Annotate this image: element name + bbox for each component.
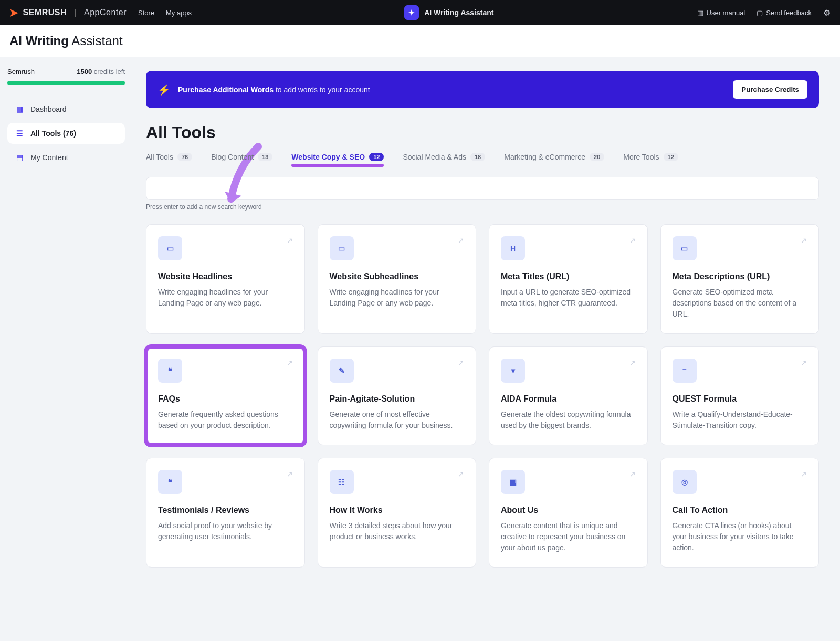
top-nav: Store My apps	[138, 8, 201, 17]
tool-card-icon: ◎	[673, 470, 697, 494]
nav-store[interactable]: Store	[138, 9, 154, 17]
sidebar-item-label: All Tools (76)	[30, 129, 76, 138]
tab-blog-content[interactable]: Blog Content13	[211, 153, 272, 166]
tool-card-icon: ▾	[501, 359, 525, 383]
bolt-icon: ⚡	[158, 83, 171, 96]
tool-card-desc: Generate CTA lines (or hooks) about your…	[673, 520, 807, 553]
sidebar: Semrush 1500 credits left ▦ Dashboard ☰ …	[0, 57, 132, 610]
tab-count: 18	[470, 153, 485, 161]
tool-card-meta-titles-url-[interactable]: H↗Meta Titles (URL)Input a URL to genera…	[489, 224, 648, 334]
search-input[interactable]	[146, 177, 819, 200]
brand-text: SEMRUSH	[23, 8, 67, 17]
tool-card-icon: ▭	[158, 236, 182, 260]
tool-card-website-subheadlines[interactable]: ▭↗Website SubheadlinesWrite engaging hea…	[318, 224, 477, 334]
tab-more-tools[interactable]: More Tools12	[623, 153, 678, 166]
tool-card-icon: ▭	[673, 236, 697, 260]
tool-card-icon: ❝	[158, 470, 182, 494]
tool-card-desc: Generate frequently asked questions base…	[158, 409, 293, 431]
tool-card-testimonials-reviews[interactable]: ❝↗Testimonials / ReviewsAdd social proof…	[146, 458, 305, 568]
tab-label: Marketing & eCommerce	[504, 153, 585, 161]
tool-card-desc: Write 3 detailed steps about how your pr…	[330, 520, 465, 542]
tab-website-copy-seo[interactable]: Website Copy & SEO12	[291, 153, 384, 166]
tool-card-pain-agitate-solution[interactable]: ✎↗Pain-Agitate-SolutionGenerate one of m…	[318, 346, 477, 445]
tool-card-about-us[interactable]: ▦↗About UsGenerate content that is uniqu…	[489, 458, 648, 568]
brand-logo[interactable]: ➤ SEMRUSH | AppCenter	[9, 6, 127, 19]
tab-label: Website Copy & SEO	[291, 153, 365, 161]
flame-icon: ➤	[9, 6, 19, 19]
settings-button[interactable]: ⚙	[823, 8, 831, 18]
purchase-banner: ⚡ Purchase Additional Words to add words…	[146, 71, 819, 108]
gear-icon: ⚙	[823, 8, 831, 18]
tab-count: 12	[664, 153, 678, 161]
arrow-up-right-icon: ↗	[629, 359, 636, 367]
tool-card-desc: Generate SEO-optimized meta descriptions…	[673, 287, 807, 320]
sidebar-item-label: My Content	[30, 153, 68, 162]
heading-bold: AI Writing	[9, 34, 69, 48]
tool-card-aida-formula[interactable]: ▾↗AIDA FormulaGenerate the oldest copywr…	[489, 346, 648, 445]
purchase-credits-button[interactable]: Purchase Credits	[733, 80, 807, 99]
arrow-up-right-icon: ↗	[629, 236, 636, 245]
nav-myapps[interactable]: My apps	[166, 9, 192, 17]
tool-card-title: Pain-Agitate-Solution	[330, 394, 465, 404]
app-icon: ✦	[404, 5, 419, 20]
tab-label: Social Media & Ads	[403, 153, 466, 161]
tab-marketing-ecommerce[interactable]: Marketing & eCommerce20	[504, 153, 604, 166]
search-hint: Press enter to add a new search keyword	[146, 203, 819, 211]
sidebar-item-dashboard[interactable]: ▦ Dashboard	[7, 99, 125, 120]
tool-card-desc: Write a Qualify-Understand-Educate-Stimu…	[673, 409, 807, 431]
user-manual-link[interactable]: ▥ User manual	[697, 9, 746, 17]
tool-card-icon: ▦	[501, 470, 525, 494]
banner-rest: to add words to your account	[274, 86, 370, 94]
subheader: AI Writing Assistant	[0, 25, 840, 57]
arrow-up-right-icon: ↗	[629, 470, 636, 478]
tool-card-desc: Generate content that is unique and crea…	[501, 520, 636, 553]
tab-count: 76	[177, 153, 192, 161]
app-chip[interactable]: ✦ AI Writing Assistant	[404, 5, 494, 20]
tool-card-meta-descriptions-url-[interactable]: ▭↗Meta Descriptions (URL)Generate SEO-op…	[660, 224, 820, 334]
tab-social-media-ads[interactable]: Social Media & Ads18	[403, 153, 485, 166]
arrow-up-right-icon: ↗	[458, 236, 464, 245]
credit-value: 1500 credits left	[77, 68, 125, 76]
heading-rest: Assistant	[69, 34, 123, 48]
tool-card-desc: Input a URL to generate SEO-optimized me…	[501, 287, 636, 309]
brand-sep: |	[74, 8, 77, 17]
send-feedback-link[interactable]: ▢ Send feedback	[757, 9, 812, 17]
app-title: AI Writing Assistant	[424, 8, 494, 17]
sidebar-item-my-content[interactable]: ▤ My Content	[7, 147, 125, 168]
page-title: All Tools	[146, 123, 819, 142]
arrow-up-right-icon: ↗	[287, 236, 293, 245]
tool-card-how-it-works[interactable]: ☷↗How It WorksWrite 3 detailed steps abo…	[318, 458, 477, 568]
send-feedback-label: Send feedback	[766, 9, 812, 17]
tool-card-title: FAQs	[158, 394, 293, 404]
tool-card-title: How It Works	[330, 506, 465, 515]
brand-sub: AppCenter	[84, 8, 127, 17]
tool-card-icon: ✎	[330, 359, 354, 383]
tool-card-desc: Write engaging headlines for your Landin…	[330, 287, 465, 309]
tool-card-desc: Generate the oldest copywriting formula …	[501, 409, 636, 431]
chat-icon: ▢	[757, 9, 763, 17]
tool-card-icon: ▭	[330, 236, 354, 260]
tool-card-title: Website Subheadlines	[330, 272, 465, 281]
tool-tabs: All Tools76Blog Content13Website Copy & …	[146, 153, 819, 166]
stack-icon: ☰	[15, 129, 24, 138]
tab-label: All Tools	[146, 153, 173, 161]
tab-count: 20	[590, 153, 604, 161]
tool-card-desc: Generate one of most effective copywriti…	[330, 409, 465, 431]
credit-number: 1500	[77, 68, 92, 76]
tab-count: 12	[369, 153, 384, 161]
arrow-up-right-icon: ↗	[458, 470, 464, 478]
tool-card-faqs[interactable]: ❝↗FAQsGenerate frequently asked question…	[146, 346, 305, 445]
sidebar-item-label: Dashboard	[30, 105, 67, 113]
tool-card-title: Call To Action	[673, 506, 807, 515]
tool-card-quest-formula[interactable]: ≡↗QUEST FormulaWrite a Qualify-Understan…	[660, 346, 820, 445]
topbar: ➤ SEMRUSH | AppCenter Store My apps ✦ AI…	[0, 0, 840, 25]
tool-card-call-to-action[interactable]: ◎↗Call To ActionGenerate CTA lines (or h…	[660, 458, 820, 568]
sidebar-item-all-tools[interactable]: ☰ All Tools (76)	[7, 123, 125, 144]
tool-card-title: Website Headlines	[158, 272, 293, 281]
tab-all-tools[interactable]: All Tools76	[146, 153, 192, 166]
tool-card-icon: ☷	[330, 470, 354, 494]
main: ⚡ Purchase Additional Words to add words…	[132, 57, 840, 610]
credit-label: Semrush	[7, 68, 35, 76]
tool-card-icon: ≡	[673, 359, 697, 383]
tool-card-website-headlines[interactable]: ▭↗Website HeadlinesWrite engaging headli…	[146, 224, 305, 334]
